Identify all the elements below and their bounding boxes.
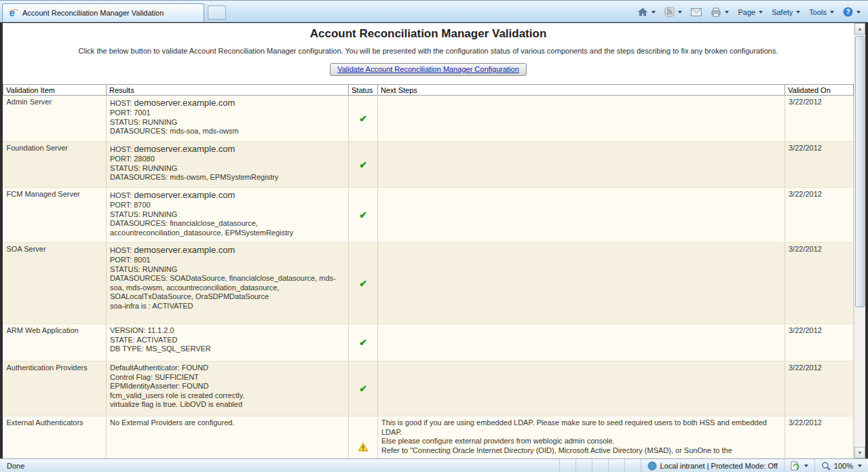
feeds-button[interactable] <box>661 5 685 19</box>
next-steps-cell <box>378 243 785 324</box>
validated-on-cell: 3/22/2012 <box>785 361 854 416</box>
page-refresh-icon <box>791 461 799 471</box>
success-check-icon: ✔ <box>359 159 367 170</box>
scrollbar-thumb[interactable] <box>855 36 865 307</box>
status-segment <box>608 459 624 472</box>
validation-item-cell: FCM Managed Server <box>3 188 107 243</box>
browser-tab[interactable]: e Account Reconciliation Manager Validat… <box>2 3 204 22</box>
success-check-icon: ✔ <box>359 383 367 394</box>
chevron-down-icon <box>652 11 656 14</box>
status-segment <box>624 459 641 472</box>
status-segment <box>559 459 575 472</box>
column-header-status: Status <box>349 85 378 96</box>
mail-icon <box>691 8 702 16</box>
validation-item-cell: External Authenticators <box>3 416 107 459</box>
results-cell: VERSION: 11.1.2.0 STATE: ACTIVATED DB TY… <box>107 324 349 361</box>
table-row: SOA Server HOST: demoserver.example.com … <box>3 243 854 324</box>
column-header-results: Results <box>107 85 349 96</box>
status-bar: Done Local intranet | Protected Mode: Of… <box>0 458 868 472</box>
success-check-icon: ✔ <box>359 210 367 220</box>
page-area: Account Reconciliation Manager Validatio… <box>3 23 854 458</box>
zoom-control[interactable]: 100% <box>814 459 868 472</box>
security-zone-segment: Local intranet | Protected Mode: Off <box>641 459 784 472</box>
tab-title: Account Reconciliation Manager Validatio… <box>22 9 164 17</box>
host-line: HOST: demoserver.example.com <box>110 190 345 200</box>
success-check-icon: ✔ <box>359 337 367 348</box>
status-cell: ✔ <box>349 96 378 142</box>
success-check-icon: ✔ <box>359 113 367 124</box>
browser-window: e Account Reconciliation Manager Validat… <box>0 0 868 472</box>
column-header-validated-on: Validated On <box>785 85 854 96</box>
validation-item-cell: SOA Server <box>3 243 107 324</box>
table-row: Foundation Server HOST: demoserver.examp… <box>3 142 854 188</box>
status-cell: ✔ <box>349 243 378 324</box>
page-title: Account Reconciliation Manager Validatio… <box>3 27 854 41</box>
results-cell: No External Providers are configured. <box>107 416 349 459</box>
table-row: Admin Server HOST: demoserver.example.co… <box>3 96 854 142</box>
printer-icon <box>711 7 721 17</box>
new-tab-button[interactable] <box>208 5 226 20</box>
table-header-row: Validation Item Results Status Next Step… <box>3 85 854 96</box>
warning-icon <box>358 442 369 452</box>
column-header-next-steps: Next Steps <box>378 85 785 96</box>
tools-menu-label: Tools <box>809 8 827 16</box>
tools-menu[interactable]: Tools <box>806 6 837 18</box>
read-mail-button[interactable] <box>687 6 705 18</box>
results-cell: HOST: demoserver.example.com PORT: 8001 … <box>107 243 349 324</box>
next-steps-cell <box>378 361 785 416</box>
results-cell: HOST: demoserver.example.com PORT: 7001 … <box>107 96 349 142</box>
page-menu[interactable]: Page <box>734 6 766 18</box>
page-mode-segment[interactable] <box>784 459 814 472</box>
chevron-down-icon <box>759 11 763 14</box>
validated-on-cell: 3/22/2012 <box>785 324 854 361</box>
status-segment <box>575 459 592 472</box>
intranet-globe-icon <box>647 461 657 471</box>
home-button[interactable] <box>634 5 659 19</box>
validated-on-cell: 3/22/2012 <box>785 416 854 459</box>
results-cell: DefaultAuthenticator: FOUND Control Flag… <box>107 361 349 416</box>
scroll-down-button[interactable]: ▼ <box>854 447 865 458</box>
status-cell: ✔ <box>349 142 378 188</box>
next-steps-cell <box>378 142 785 188</box>
validated-on-cell: 3/22/2012 <box>785 142 854 188</box>
host-line: HOST: demoserver.example.com <box>110 98 345 108</box>
status-cell: ✔ <box>349 324 378 361</box>
status-cell <box>349 416 378 459</box>
next-steps-cell <box>378 188 785 243</box>
table-row: ARM Web Application VERSION: 11.1.2.0 ST… <box>3 324 854 361</box>
results-cell: HOST: demoserver.example.com PORT: 28080… <box>107 142 349 188</box>
scroll-up-button[interactable]: ▲ <box>854 23 865 35</box>
chevron-down-icon <box>725 11 729 14</box>
help-button[interactable]: ? <box>839 5 864 19</box>
validate-configuration-button[interactable]: Validate Account Reconciliation Manager … <box>330 63 527 76</box>
help-icon: ? <box>843 7 853 17</box>
page-instructions: Click the below button to validate Accou… <box>3 47 854 55</box>
safety-menu-label: Safety <box>772 8 793 16</box>
print-button[interactable] <box>707 5 732 19</box>
safety-menu[interactable]: Safety <box>768 6 804 18</box>
rss-icon <box>664 7 675 17</box>
validated-on-cell: 3/22/2012 <box>785 96 854 142</box>
vertical-scrollbar[interactable]: ▲ ▼ <box>854 23 865 458</box>
chevron-down-icon <box>858 465 862 467</box>
home-icon <box>637 7 648 17</box>
validation-item-cell: Authentication Providers <box>3 361 107 416</box>
button-row: Validate Account Reconciliation Manager … <box>3 62 854 76</box>
svg-text:?: ? <box>846 8 850 16</box>
validation-table: Validation Item Results Status Next Step… <box>3 84 854 458</box>
content-viewport: Account Reconciliation Manager Validatio… <box>3 23 865 458</box>
next-steps-cell: This is good if you are using embedded L… <box>378 416 785 459</box>
status-cell: ✔ <box>349 361 378 416</box>
validation-item-cell: Admin Server <box>3 96 107 142</box>
host-line: HOST: demoserver.example.com <box>110 245 345 255</box>
page-menu-label: Page <box>738 8 755 16</box>
validated-on-cell: 3/22/2012 <box>785 243 854 324</box>
magnifier-icon <box>821 461 831 471</box>
status-done-text: Done <box>0 462 31 470</box>
command-bar: Page Safety Tools ? <box>634 1 864 23</box>
scrollbar-track[interactable] <box>854 35 865 447</box>
table-row: External Authenticators No External Prov… <box>3 416 854 459</box>
success-check-icon: ✔ <box>359 278 367 289</box>
ie-logo-icon: e <box>8 8 18 18</box>
browser-chrome: e Account Reconciliation Manager Validat… <box>0 0 868 22</box>
